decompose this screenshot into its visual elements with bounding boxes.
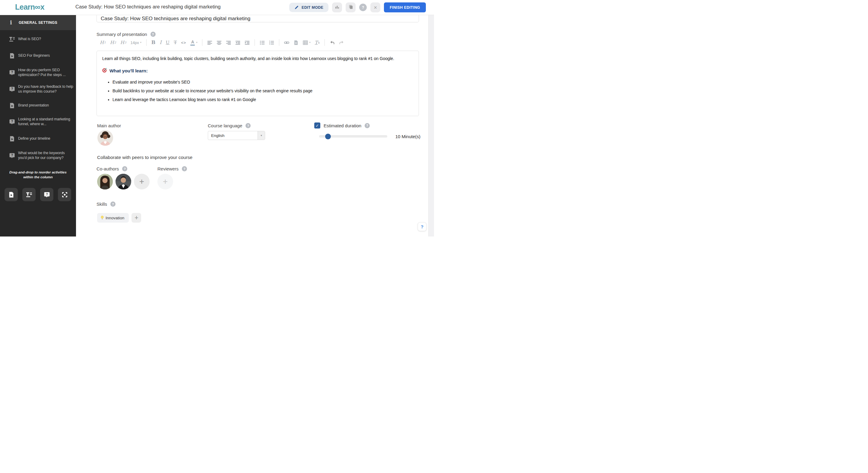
scrollbar[interactable] [428,15,434,237]
align-center-icon [217,40,222,45]
collaborate-heading: Collaborate with peers to improve your c… [97,155,192,160]
header-controls: EDIT MODE ? × FINISH EDITING [289,2,426,12]
coauthor-avatar[interactable] [97,174,113,189]
plus-icon: + [163,177,168,186]
sidebar-activity-item[interactable]: ?What would be the keywords you'd pick f… [0,148,76,164]
align-right-button[interactable] [226,40,231,45]
app-logo[interactable]: Learn∞x [15,2,44,12]
language-select[interactable]: English ▾ [208,131,265,140]
svg-text:?: ? [11,119,13,123]
sidebar-activity-item[interactable]: ?How do you perform SEO optimization? Pu… [0,64,76,81]
undo-button[interactable] [330,40,335,45]
sidebar-item-label: How do you perform SEO optimization? Put… [18,68,74,77]
sidebar-item-label: Looking at a standard marketing funnel, … [18,117,74,126]
help-icon[interactable]: ? [122,166,127,171]
sidebar-item-label: What would be the keywords you'd pick fo… [18,151,74,160]
estimated-duration-checkbox[interactable]: ✓ [314,122,320,128]
estimated-duration-label: Estimated duration [323,123,361,128]
heading-1-button[interactable]: H1 [100,40,106,45]
duration-slider-thumb[interactable] [325,134,331,139]
help-icon[interactable]: ? [111,202,116,207]
sidebar-activity-item[interactable]: What is SEO? [0,33,76,45]
redo-button[interactable] [339,40,344,45]
sidebar-activity-item[interactable]: ?Do you have any feedback to help us imp… [0,81,76,97]
add-skill-button[interactable]: + [131,213,141,223]
logo-infinity-icon: ∞ [35,2,40,11]
course-language-label: Course language [208,123,242,128]
heading-2-button[interactable]: H2 [110,40,116,45]
heading-3-button[interactable]: H3 [120,40,126,45]
toolbar-divider [254,39,255,46]
add-video-activity-button[interactable] [4,188,18,201]
header-help-button[interactable]: ? [359,4,367,11]
main-author-label: Main author [97,123,121,128]
duplicate-button[interactable] [346,2,355,12]
toolbar-divider [202,39,203,46]
add-coauthor-button[interactable]: + [134,174,150,189]
add-question-activity-button[interactable]: ? [40,188,53,201]
caret-down-icon: ▾ [309,41,310,44]
italic-button[interactable]: I [159,40,161,45]
sidebar-activity-item[interactable]: Brand presentation [0,100,76,111]
indent-decrease-button[interactable] [235,40,240,45]
add-reviewer-button[interactable]: + [157,174,173,189]
align-left-button[interactable] [207,40,212,45]
summary-bullet-list: Evaluate and improve your website's SEOB… [102,79,413,102]
question-mark-icon: ? [362,5,364,10]
sidebar-item-label: Brand presentation [18,103,74,108]
svg-text:3: 3 [269,43,270,45]
summary-bullet: Evaluate and improve your website's SEO [113,79,413,85]
clear-formatting-button[interactable]: Tx [315,40,320,45]
undo-icon [330,40,335,45]
coauthors-label: Co-authors [96,166,119,171]
sidebar-item-label: Define your timeline [18,136,74,141]
insert-table-button[interactable]: ▾ [303,40,310,45]
finish-editing-button[interactable]: FINISH EDITING [384,2,426,12]
summary-editor[interactable]: Learn all things SEO, including link bui… [96,51,419,116]
bar-chart-icon [335,4,340,10]
list-ol-icon: 123 [269,40,274,45]
finish-editing-label: FINISH EDITING [390,5,420,10]
avatar [116,174,131,189]
support-help-button[interactable]: ? [418,222,427,231]
edit-mode-button[interactable]: EDIT MODE [289,3,329,12]
sidebar-activity-item[interactable]: Define your timeline [0,133,76,145]
close-button[interactable]: × [370,2,380,12]
help-icon[interactable]: ? [246,123,251,128]
font-size-select-button[interactable]: 14px▾ [130,41,141,45]
add-text-activity-button[interactable] [22,188,36,201]
duration-slider[interactable] [319,135,387,138]
code-button[interactable]: <> [181,41,186,45]
question-bubble-icon: ? [9,86,15,92]
align-left-icon [207,40,212,45]
unordered-list-button[interactable] [260,40,265,45]
toolbar-divider [146,39,147,46]
sidebar-activity-item[interactable]: ?Looking at a standard marketing funnel,… [0,114,76,130]
statistics-button[interactable] [332,2,342,12]
font-color-button[interactable]: A▾ [190,40,197,46]
underline-button[interactable]: U [166,40,170,45]
help-icon[interactable]: ? [151,32,156,37]
skill-chip[interactable]: Innovation [97,213,129,223]
summary-paragraph: Learn all things SEO, including link bui… [102,56,413,62]
indent-increase-button[interactable] [245,40,250,45]
help-icon[interactable]: ? [182,166,187,171]
ordered-list-button[interactable]: 123 [269,40,274,45]
add-embed-activity-button[interactable] [58,188,71,201]
pencil-icon [294,5,299,10]
align-center-button[interactable] [217,40,222,45]
insert-media-button[interactable] [293,40,299,45]
help-icon[interactable]: ? [365,123,370,128]
main-author-avatar[interactable] [97,130,113,146]
coauthor-avatar[interactable] [116,174,131,189]
coauthors-row: + [97,174,150,189]
caret-down-icon: ▾ [196,41,197,44]
add-activity-toolbar: ? [4,188,71,201]
bold-button[interactable]: B [151,40,156,45]
sidebar-activity-item[interactable]: SEO For Beginners [0,50,76,62]
sidebar-item-general-settings[interactable]: i GENERAL SETTINGS [0,15,76,30]
insert-link-button[interactable] [284,40,289,45]
strikethrough-button[interactable]: T [174,40,177,45]
logo-text: Learn [15,3,35,11]
close-icon: × [374,5,377,10]
